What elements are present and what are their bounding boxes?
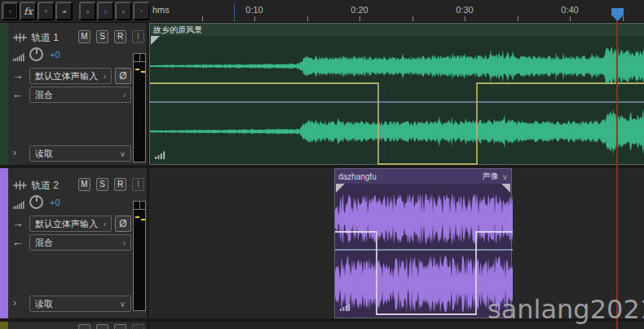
track-1-mute-button[interactable]: M <box>78 30 90 43</box>
input-arrow-icon: → <box>12 216 24 229</box>
ruler-tick <box>465 16 465 21</box>
chevron-down-icon: ∨ <box>502 172 508 181</box>
fade-out-handle[interactable] <box>501 184 510 193</box>
track-separator[interactable] <box>0 165 644 168</box>
track-3-mute-button[interactable] <box>78 324 90 329</box>
volume-knob[interactable] <box>29 47 43 61</box>
track-1-automation-select[interactable]: 读取∨ <box>29 145 131 162</box>
peak-indicator-right <box>141 219 145 220</box>
ruler-tick <box>202 16 203 21</box>
track-1-lane[interactable]: 故乡的原风景 <box>149 23 644 165</box>
track-2-monitor-button[interactable]: I <box>132 178 144 191</box>
move-tool-icon <box>8 4 12 19</box>
track-1-color-strip <box>0 23 8 165</box>
track-row-1: 轨道 1 M S R I +0 → 默认立体声输入› Ø <box>0 23 644 165</box>
split-tool-button[interactable] <box>37 2 55 20</box>
track-2-gain-value[interactable]: +0 <box>50 198 60 207</box>
track-1-name[interactable]: 轨道 1 <box>31 31 59 45</box>
ruler-marker <box>234 2 235 22</box>
levels-icon <box>62 4 66 19</box>
toolbar: fx <box>0 0 147 23</box>
expand-arrow-icon[interactable]: › <box>13 147 16 158</box>
fade-in-handle[interactable] <box>151 36 160 45</box>
snap-magnet-button[interactable] <box>115 2 132 20</box>
ruler-time-label: 0:40 <box>561 5 578 15</box>
ruler-tick <box>623 16 624 21</box>
track-2-automation-select[interactable]: 读取∨ <box>29 296 131 312</box>
track-2-panel: 轨道 2 M S R I +0 → 默认立体声输入› Ø <box>0 168 147 318</box>
levels-button[interactable] <box>55 2 73 20</box>
peak-indicator-left <box>135 216 139 218</box>
timeline-ruler[interactable]: hms 0:100:200:300:40 <box>149 0 644 23</box>
marker-pin-button[interactable] <box>133 2 150 20</box>
clip-gain-icon[interactable] <box>155 150 166 159</box>
ruler-time-label: 0:20 <box>351 5 368 15</box>
envelope-selector[interactable]: 声像 ∨ <box>483 171 508 182</box>
volume-knob[interactable] <box>29 195 43 209</box>
track-1-solo-button[interactable]: S <box>96 30 108 43</box>
track-1-phase-button[interactable]: Ø <box>115 68 131 84</box>
ruler-time-label: 0:30 <box>456 5 473 15</box>
chevron-right-icon: › <box>123 238 126 247</box>
track-2-solo-button[interactable]: S <box>96 178 108 191</box>
time-stretch-icon <box>104 4 108 19</box>
track-3-record-button[interactable] <box>114 324 126 329</box>
ruler-tick <box>254 16 255 21</box>
snap-magnet-icon <box>121 4 126 19</box>
track-2-level-meter <box>133 201 146 311</box>
output-arrow-icon: ← <box>12 235 24 248</box>
metronome-icon <box>86 4 90 19</box>
chevron-right-icon: › <box>123 91 126 100</box>
volume-bars-icon <box>13 52 26 61</box>
track-1-record-button[interactable]: R <box>114 30 126 43</box>
panel-lane-divider <box>147 22 149 329</box>
track-3-solo-button[interactable] <box>96 324 108 329</box>
track-2-name[interactable]: 轨道 2 <box>31 179 59 193</box>
clip-header[interactable]: 故乡的原风景 <box>150 24 644 36</box>
track-3-monitor-button[interactable] <box>132 324 144 329</box>
audio-clip-track1[interactable]: 故乡的原风景 <box>149 23 644 165</box>
peak-indicator-right <box>141 71 145 73</box>
ruler-tick <box>359 16 360 21</box>
ruler-tick <box>518 16 518 21</box>
move-tool-button[interactable] <box>2 2 19 20</box>
waveform-track1[interactable] <box>150 24 644 166</box>
chevron-right-icon: › <box>104 220 106 229</box>
track-3-color-strip <box>0 322 8 329</box>
input-arrow-icon: → <box>12 69 24 82</box>
clip-title: 故乡的原风景 <box>153 24 202 36</box>
expand-arrow-icon[interactable]: › <box>13 297 16 309</box>
time-stretch-button[interactable] <box>97 2 114 20</box>
track-2-mute-button[interactable]: M <box>78 178 90 191</box>
volume-bars-icon <box>13 200 26 209</box>
track-3-panel <box>0 322 147 329</box>
playhead-line[interactable] <box>616 21 618 329</box>
watermark: sanlang2021 <box>487 294 644 325</box>
fx-icon: fx <box>24 6 33 17</box>
playhead-handle[interactable] <box>611 8 624 21</box>
output-arrow-icon: ← <box>12 87 24 100</box>
peak-indicator-left <box>135 69 139 70</box>
track-2-phase-button[interactable]: Ø <box>115 216 131 232</box>
track-2-input-select[interactable]: 默认立体声输入› <box>29 216 112 232</box>
track-1-input-select[interactable]: 默认立体声输入› <box>29 68 112 84</box>
chevron-down-icon: ∨ <box>120 300 126 309</box>
track-1-monitor-button[interactable]: I <box>132 30 144 43</box>
split-tool-icon <box>44 4 48 19</box>
track-type-icon <box>13 33 27 42</box>
track-2-color-strip <box>0 168 8 318</box>
clip-gain-icon[interactable] <box>340 302 351 311</box>
track-1-gain-value[interactable]: +0 <box>50 50 60 60</box>
ruler-time-label: 0:10 <box>245 5 262 15</box>
audio-clip-track2[interactable]: dazhangfu 声像 ∨ <box>334 168 512 318</box>
waveform-track2[interactable] <box>335 169 513 319</box>
track-1-output-select[interactable]: 混合› <box>29 87 131 103</box>
track-type-icon <box>13 180 27 190</box>
fade-in-handle[interactable] <box>336 184 345 193</box>
metronome-button[interactable] <box>79 2 96 20</box>
marker-pin-icon <box>139 4 143 19</box>
clip-header[interactable]: dazhangfu 声像 ∨ <box>335 169 511 184</box>
fx-button[interactable]: fx <box>20 2 37 20</box>
track-2-output-select[interactable]: 混合› <box>29 234 131 251</box>
track-2-record-button[interactable]: R <box>114 178 126 191</box>
